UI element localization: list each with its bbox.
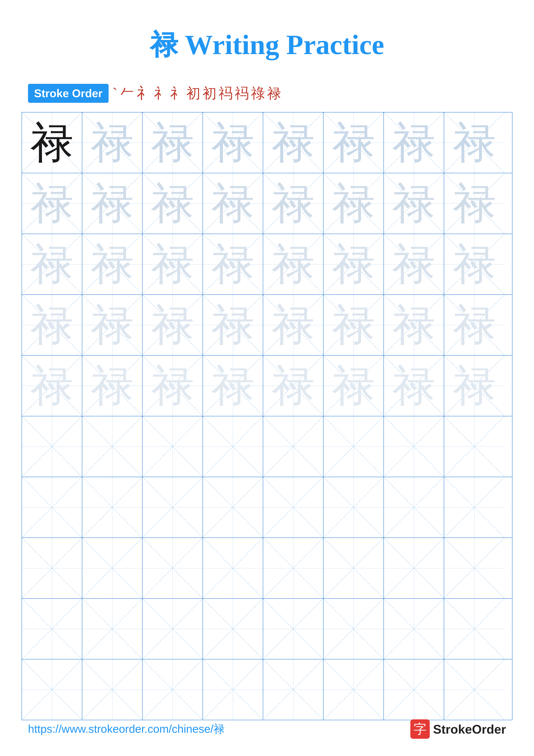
cell-4-2: 禄: [82, 295, 142, 355]
empty-cell-6-5[interactable]: [263, 417, 323, 477]
cell-1-8: 禄: [444, 113, 504, 173]
stroke-6: 初: [186, 84, 200, 103]
cell-2-6: 禄: [323, 173, 384, 233]
cell-1-6: 禄: [323, 113, 384, 173]
cell-3-3: 禄: [142, 234, 203, 294]
cell-3-7: 禄: [384, 234, 444, 294]
grid-row-6: [22, 417, 512, 477]
cell-3-8: 禄: [444, 234, 504, 294]
empty-cell-7-3[interactable]: [142, 477, 203, 537]
empty-cell-7-7[interactable]: [384, 477, 444, 537]
cell-5-6: 禄: [323, 356, 384, 416]
cell-2-8: 禄: [444, 173, 504, 233]
cell-1-1: 禄: [22, 113, 82, 173]
grid-row-3: 禄 禄 禄 禄: [22, 234, 512, 295]
cell-5-3: 禄: [142, 356, 203, 416]
empty-cell-6-8[interactable]: [444, 417, 504, 477]
empty-cell-8-4[interactable]: [203, 538, 263, 598]
empty-cell-7-6[interactable]: [323, 477, 384, 537]
title-text: 禄 Writing Practice: [150, 29, 384, 60]
empty-cell-6-7[interactable]: [384, 417, 444, 477]
empty-cell-8-2[interactable]: [82, 538, 142, 598]
empty-cell-9-1[interactable]: [22, 599, 82, 659]
cell-3-4: 禄: [203, 234, 263, 294]
cell-5-4: 禄: [203, 356, 263, 416]
empty-cell-7-4[interactable]: [203, 477, 263, 537]
empty-cell-9-5[interactable]: [263, 599, 323, 659]
cell-3-6: 禄: [323, 234, 384, 294]
stroke-11: 禄: [267, 84, 281, 103]
empty-cell-7-8[interactable]: [444, 477, 504, 537]
empty-cell-9-3[interactable]: [142, 599, 203, 659]
grid-row-10: [22, 660, 512, 720]
stroke-2: 𠂉: [119, 85, 135, 102]
cell-3-1: 禄: [22, 234, 82, 294]
empty-cell-8-1[interactable]: [22, 538, 82, 598]
footer-logo: 字 StrokeOrder: [410, 719, 506, 739]
cell-1-4: 禄: [203, 113, 263, 173]
empty-cell-6-2[interactable]: [82, 417, 142, 477]
stroke-order-badge: Stroke Order: [28, 84, 109, 103]
empty-cell-10-8[interactable]: [444, 660, 504, 720]
cell-2-2: 禄: [82, 173, 142, 233]
empty-cell-9-6[interactable]: [323, 599, 384, 659]
grid-row-7: [22, 477, 512, 538]
empty-cell-9-4[interactable]: [203, 599, 263, 659]
cell-2-4: 禄: [203, 173, 263, 233]
empty-cell-6-6[interactable]: [323, 417, 384, 477]
grid-row-2: 禄 禄 禄 禄: [22, 173, 512, 234]
cell-2-1: 禄: [22, 173, 82, 233]
cell-3-2: 禄: [82, 234, 142, 294]
logo-name: StrokeOrder: [433, 722, 506, 736]
stroke-order-row: Stroke Order ` 𠂉 礻 礻 礻 初 初 祃 祃 祿 禄: [0, 77, 534, 112]
logo-icon: 字: [410, 719, 430, 739]
empty-cell-10-2[interactable]: [82, 660, 142, 720]
stroke-3: 礻: [137, 83, 152, 103]
empty-cell-7-1[interactable]: [22, 477, 82, 537]
stroke-8: 祃: [219, 84, 233, 103]
footer-url[interactable]: https://www.strokeorder.com/chinese/禄: [28, 721, 225, 737]
empty-cell-7-5[interactable]: [263, 477, 323, 537]
cell-1-7: 禄: [384, 113, 444, 173]
cell-4-6: 禄: [323, 295, 384, 355]
empty-cell-10-6[interactable]: [323, 660, 384, 720]
empty-cell-9-2[interactable]: [82, 599, 142, 659]
empty-cell-9-7[interactable]: [384, 599, 444, 659]
empty-cell-10-4[interactable]: [203, 660, 263, 720]
cell-2-7: 禄: [384, 173, 444, 233]
empty-cell-6-1[interactable]: [22, 417, 82, 477]
empty-cell-10-3[interactable]: [142, 660, 203, 720]
empty-cell-8-7[interactable]: [384, 538, 444, 598]
empty-cell-8-5[interactable]: [263, 538, 323, 598]
cell-4-5: 禄: [263, 295, 323, 355]
cell-5-1: 禄: [22, 356, 82, 416]
empty-cell-6-3[interactable]: [142, 417, 203, 477]
empty-cell-7-2[interactable]: [82, 477, 142, 537]
grid-row-4: 禄 禄 禄 禄: [22, 295, 512, 356]
empty-cell-9-8[interactable]: [444, 599, 504, 659]
cell-5-7: 禄: [384, 356, 444, 416]
stroke-10: 祿: [251, 84, 265, 103]
empty-cell-10-1[interactable]: [22, 660, 82, 720]
cell-5-5: 禄: [263, 356, 323, 416]
cell-2-5: 禄: [263, 173, 323, 233]
cell-2-3: 禄: [142, 173, 203, 233]
grid-row-9: [22, 599, 512, 660]
stroke-7: 初: [202, 84, 216, 103]
empty-cell-10-7[interactable]: [384, 660, 444, 720]
cell-5-2: 禄: [82, 356, 142, 416]
grid-row-5: 禄 禄 禄 禄: [22, 356, 512, 417]
cell-4-8: 禄: [444, 295, 504, 355]
cell-3-5: 禄: [263, 234, 323, 294]
grid-row-1: 禄 禄 禄 禄: [22, 113, 512, 173]
stroke-1: `: [113, 85, 117, 102]
practice-grid: 禄 禄 禄 禄: [21, 112, 513, 720]
empty-cell-10-5[interactable]: [263, 660, 323, 720]
empty-cell-8-8[interactable]: [444, 538, 504, 598]
cell-1-2: 禄: [82, 113, 142, 173]
cell-4-7: 禄: [384, 295, 444, 355]
empty-cell-6-4[interactable]: [203, 417, 263, 477]
empty-cell-8-6[interactable]: [323, 538, 384, 598]
empty-cell-8-3[interactable]: [142, 538, 203, 598]
cell-1-3: 禄: [142, 113, 203, 173]
